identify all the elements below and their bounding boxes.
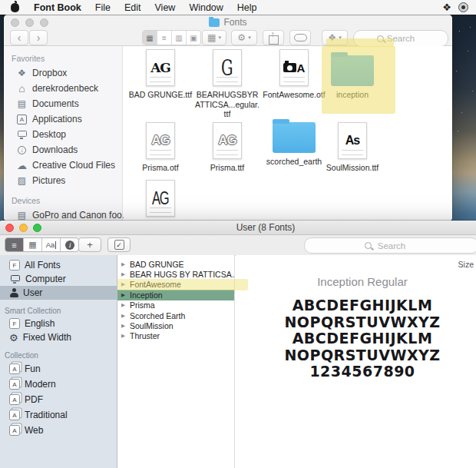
file-thruster[interactable]: AG: [127, 180, 194, 217]
sidebar-item-user[interactable]: User: [0, 286, 117, 300]
gear-icon: ⚙: [237, 32, 246, 43]
sidebar-item-pictures[interactable]: ▨ Pictures: [4, 173, 122, 188]
file-bearhugs[interactable]: G BEARHUGSBYRATTICSA...egular.ttf: [193, 49, 261, 119]
menu-view[interactable]: View: [155, 2, 176, 13]
share-button[interactable]: [263, 30, 284, 45]
sidebar-item-creative-cloud[interactable]: ☁ Creative Cloud Files: [4, 158, 122, 173]
font-list-item-prisma[interactable]: ▶ Prisma: [117, 300, 234, 310]
computer-icon: [9, 275, 21, 284]
menu-window[interactable]: Window: [189, 2, 223, 13]
file-soulmission[interactable]: As SoulMission.ttf: [319, 122, 386, 173]
fontbook-search-input[interactable]: [305, 241, 476, 251]
apple-menu-icon[interactable]: [11, 3, 19, 12]
sidebar-item-documents[interactable]: ▤ Documents: [4, 96, 122, 111]
disclosure-triangle-icon[interactable]: ▶: [121, 313, 127, 319]
font-grid-view-button[interactable]: ▦: [23, 238, 41, 251]
fontbook-view-switcher: ≡ ▦ Aa i: [5, 237, 79, 252]
font-collection-icon: F: [9, 260, 20, 271]
sidebar-item-all-fonts[interactable]: F All Fonts: [0, 258, 117, 272]
sidebar-item-fun[interactable]: A Fun: [0, 361, 117, 377]
disclosure-triangle-icon[interactable]: ▶: [121, 271, 127, 277]
font-preview-pane: Size Inception Regular ABCDEFGHIJKLM NOP…: [236, 255, 476, 468]
add-font-button[interactable]: +: [78, 237, 101, 252]
tag-button[interactable]: [289, 30, 311, 45]
collection-icon: A: [9, 379, 20, 390]
external-disk-icon: ▤: [16, 210, 28, 221]
menu-edit[interactable]: Edit: [124, 2, 141, 13]
highlight-annotation-dropbox-button: [326, 38, 394, 47]
file-prisma-ttf[interactable]: AG Prisma.ttf: [193, 122, 261, 173]
fontbook-window: User (8 Fonts) ≡ ▦ Aa i + ✓ F All Font: [0, 221, 476, 468]
fontbook-sidebar: F All Fonts Computer User Smart Collecti…: [0, 255, 117, 468]
font-file-icon: AG: [146, 49, 175, 86]
menu-app-name[interactable]: Font Book: [34, 2, 81, 13]
camera-menu-icon[interactable]: [458, 2, 468, 12]
zoom-button[interactable]: [33, 224, 41, 232]
disclosure-triangle-icon[interactable]: ▶: [121, 323, 127, 329]
font-list-item-thruster[interactable]: ▶ Thruster: [117, 331, 234, 341]
disclosure-triangle-icon[interactable]: ▶: [121, 333, 127, 339]
minimize-button[interactable]: [19, 224, 28, 232]
menu-help[interactable]: Help: [237, 2, 257, 13]
dropbox-icon: ❖: [16, 68, 28, 78]
menu-bar: Font Book File Edit View Window Help ❖: [0, 0, 476, 15]
font-info-view-button[interactable]: i: [60, 238, 78, 251]
file-bad-grunge[interactable]: AG BAD GRUNGE.ttf: [127, 49, 194, 100]
list-view-button[interactable]: ≡: [157, 31, 171, 45]
font-file-icon: AG: [146, 122, 175, 159]
fontbook-titlebar: User (8 Fonts): [0, 221, 476, 235]
font-list-item-bad-grunge[interactable]: ▶ BAD GRUNGE: [117, 259, 234, 269]
finder-sidebar: Favorites ❖ Dropbox ⌂ derekrodenbeck ▤ D…: [4, 46, 123, 221]
folder-scorched-earth[interactable]: scorched_earth: [260, 116, 328, 167]
info-icon: i: [65, 241, 74, 250]
close-button[interactable]: [5, 224, 14, 232]
collection-icon: A: [9, 425, 20, 436]
camera-glyph: [283, 63, 296, 72]
smart-collection-header: Smart Collection: [0, 300, 117, 317]
downloads-icon: ↓: [16, 146, 28, 154]
coverflow-view-button[interactable]: ▣: [186, 31, 200, 45]
back-button[interactable]: ‹: [10, 30, 28, 45]
font-list-view-button[interactable]: ≡: [5, 238, 23, 251]
sidebar-item-pdf[interactable]: A PDF: [0, 392, 117, 407]
forward-button[interactable]: ›: [29, 30, 48, 45]
font-list-item-soulmission[interactable]: ▶ SoulMission: [117, 320, 234, 330]
icon-view-button[interactable]: ▦: [143, 31, 157, 45]
sidebar-item-fixed-width[interactable]: ⚙ Fixed Width: [0, 330, 117, 344]
sidebar-item-traditional[interactable]: A Traditional: [0, 407, 117, 423]
sidebar-item-english[interactable]: F English: [0, 317, 117, 330]
font-sample-view-button[interactable]: Aa: [41, 238, 60, 251]
sidebar-item-computer[interactable]: Computer: [0, 272, 117, 286]
column-view-button[interactable]: ▥: [171, 31, 186, 45]
sidebar-item-desktop[interactable]: Desktop: [4, 127, 122, 142]
search-icon: [365, 242, 372, 249]
sidebar-item-downloads[interactable]: ↓ Downloads: [4, 142, 122, 158]
font-list-item-scorched-earth[interactable]: ▶ Scorched Earth: [117, 310, 234, 320]
fontbook-toolbar: ≡ ▦ Aa i + ✓: [0, 235, 476, 256]
sidebar-item-web[interactable]: A Web: [0, 423, 117, 438]
sidebar-item-applications[interactable]: A Applications: [4, 111, 122, 127]
creative-cloud-icon: ☁: [16, 160, 28, 171]
folder-icon: [209, 18, 220, 27]
action-button[interactable]: ⚙▾: [231, 30, 257, 45]
menu-file[interactable]: File: [95, 2, 111, 13]
tag-icon: [294, 34, 307, 41]
arrange-button[interactable]: ▦▾: [202, 30, 226, 45]
disclosure-triangle-icon[interactable]: ▶: [121, 261, 127, 267]
file-fontawesome[interactable]: A FontAwesome.otf: [260, 49, 328, 100]
validate-font-button[interactable]: ✓: [107, 237, 131, 252]
sidebar-item-dropbox[interactable]: ❖ Dropbox: [4, 65, 122, 81]
font-list-item-inception[interactable]: ▶ Inception: [117, 290, 234, 300]
file-prisma-otf[interactable]: AG Prisma.otf: [127, 122, 194, 173]
sidebar-item-home[interactable]: ⌂ derekrodenbeck: [4, 81, 122, 96]
disclosure-triangle-icon[interactable]: ▶: [121, 302, 127, 308]
dropbox-menu-icon[interactable]: ❖: [442, 2, 451, 12]
sidebar-item-device-gopro[interactable]: ▤ GoPro and Canon foo… ⏏: [4, 207, 122, 221]
home-icon: ⌂: [16, 82, 28, 95]
checkbox-icon: ✓: [114, 240, 124, 250]
fontbook-search-field[interactable]: [304, 237, 476, 254]
font-file-icon: As: [338, 122, 367, 159]
sidebar-item-modern[interactable]: A Modern: [0, 377, 117, 392]
disclosure-triangle-icon[interactable]: ▶: [121, 292, 127, 298]
font-list-item-bear-hugs[interactable]: ▶ BEAR HUGS BY RATTICSA…: [117, 269, 234, 279]
